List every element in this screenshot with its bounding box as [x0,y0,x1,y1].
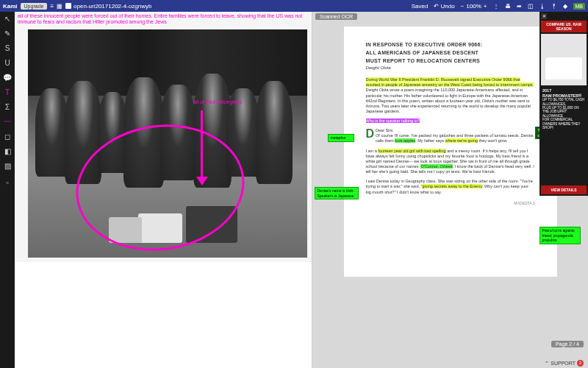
ad-image [541,34,587,85]
draw-tool-icon[interactable]: 〰 [3,118,12,127]
eraser-tool-icon[interactable]: ◧ [3,147,12,156]
topbar: Kami Upgrade ≡ ▦ open-uri20171202-4-ozgn… [0,0,588,12]
stanza-1: DDear Sirs:Of course I'll come. I've pac… [366,128,535,144]
expand-sidebar-icon[interactable]: » [6,180,9,186]
stanza-2: I am a fourteen year old girl with bad s… [366,149,535,175]
text-tool-icon[interactable]: T [3,88,12,97]
doc-title-3: MUST REPORT TO RELOCATION CENTERS [366,57,535,64]
page-indicator[interactable]: Page 2 / 4 [551,341,584,347]
doc-footer: MODESTA 3 [366,201,535,206]
support-button[interactable]: ⌃ SUPPORT 2 [545,360,584,367]
chevron-up-icon: ⌃ [545,361,549,367]
menu-icon[interactable]: ≡ [50,3,54,10]
zoom-in-button[interactable]: + [484,3,487,10]
ad-header: COMPARE US. RAM SEASON [541,21,587,32]
comment-tool-icon[interactable]: 💬 [3,74,12,82]
select-tool-icon[interactable]: ↖ [3,15,12,24]
print-icon[interactable]: 🖶 [505,3,511,10]
poem-document[interactable]: IN RESPONSE TO EXECUTIVE ORDER 9066: ALL… [344,26,557,277]
download-icon[interactable]: ⭳ [539,3,545,10]
stanza-3: I saw Denise today in Geography class. S… [366,179,535,194]
menu-dots-icon[interactable]: ⋮ [493,3,499,10]
annotation-caption[interactable]: all of these innocent people were forced… [18,13,309,26]
undo-button[interactable]: ↶ Undo [434,3,454,10]
ad-close-icon[interactable]: ✕ [541,13,547,19]
advertisement[interactable]: ✕ COMPARE US. RAM SEASON 2017RAM PROMAST… [539,12,588,196]
equation-tool-icon[interactable]: Σ [3,103,12,112]
upgrade-button[interactable]: Upgrade [21,3,48,10]
margin-note-metaphor[interactable]: metaphor [328,134,354,142]
historical-photo[interactable]: all of their belongings [28,29,307,258]
image-pane: all of these innocent people were forced… [15,12,312,368]
highlight-tool-icon[interactable]: ✎ [3,29,12,38]
grid-icon[interactable]: ▦ [57,3,62,10]
share-icon[interactable]: ➦ [517,3,522,10]
zoom-out-button[interactable]: − [461,3,465,10]
zoom-value[interactable]: 100% [466,3,481,10]
drive-icon[interactable]: ◆ [563,3,567,10]
tab-title: open-uri20171202-4-ozgnwyb [74,3,151,10]
upload-icon[interactable]: ⭱ [551,3,557,10]
doc-author: Dwight Okita [366,66,535,71]
saved-status: Saved [412,3,429,10]
image-tool-icon[interactable]: ▨ [3,162,12,171]
margin-note-friend[interactable]: Friend turns against friend; propaganda … [539,227,581,244]
support-count-badge: 2 [577,360,584,367]
document-tab[interactable]: open-uri20171202-4-ozgnwyb [65,3,151,10]
annotation-label[interactable]: all of their belongings [193,99,242,105]
doc-icon [65,3,71,9]
doc-intro: During World War II President Franklin D… [366,77,535,114]
ad-cta-button[interactable]: VIEW DETAILS [541,185,587,194]
margin-note-names[interactable]: Denise's name is Irish. Speaker's is Jap… [315,187,359,199]
note-purple[interactable]: Who is the speaker talking to? [366,118,420,123]
ocr-badge[interactable]: Scanned OCR [315,13,357,20]
split-icon[interactable]: ◫ [528,3,534,10]
tool-sidebar: ↖ ✎ S U 💬 T Σ 〰 ◻ ◧ ▨ » [0,12,15,368]
ad-copy: 2017RAM PROMASTER® UP TO $6,750 TOTAL CA… [541,87,587,131]
shape-tool-icon[interactable]: ◻ [3,132,12,141]
user-badge[interactable]: MB [573,3,586,10]
doc-title-2: ALL AMERICANS OF JAPANESE DESCENT [366,49,535,56]
strike-tool-icon[interactable]: S [3,44,12,53]
doc-title-1: IN RESPONSE TO EXECUTIVE ORDER 9066: [366,41,535,48]
app-logo: Kami [3,3,18,10]
underline-tool-icon[interactable]: U [3,59,12,68]
